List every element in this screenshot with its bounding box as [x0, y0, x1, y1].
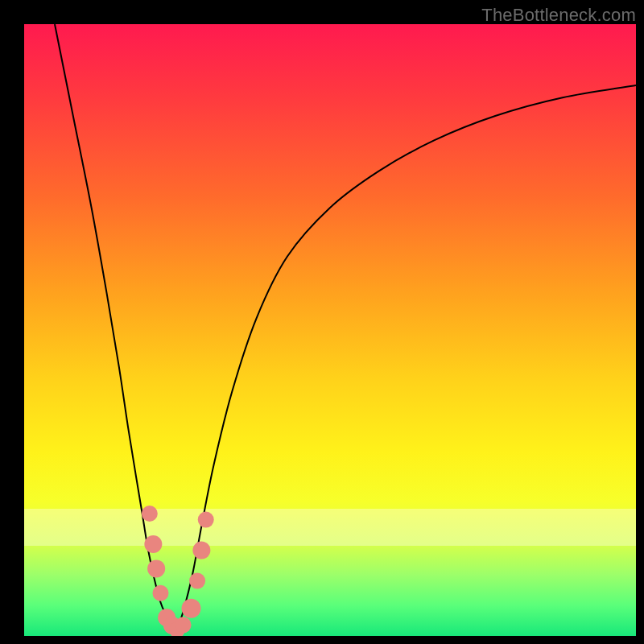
chart-svg — [24, 24, 636, 636]
scatter-dot — [144, 535, 162, 553]
scatter-dot — [175, 617, 192, 633]
scatter-dot — [198, 512, 214, 528]
scatter-dot — [152, 585, 168, 601]
watermark-text: TheBottleneck.com — [481, 5, 636, 26]
scatter-dot — [192, 542, 210, 559]
right-curve — [177, 85, 636, 630]
chart-frame: TheBottleneck.com — [0, 0, 644, 644]
scatter-dots — [142, 506, 214, 636]
scatter-dot — [181, 599, 200, 618]
scatter-dot — [147, 559, 165, 577]
scatter-dot — [142, 506, 158, 522]
scatter-dot — [189, 573, 205, 589]
